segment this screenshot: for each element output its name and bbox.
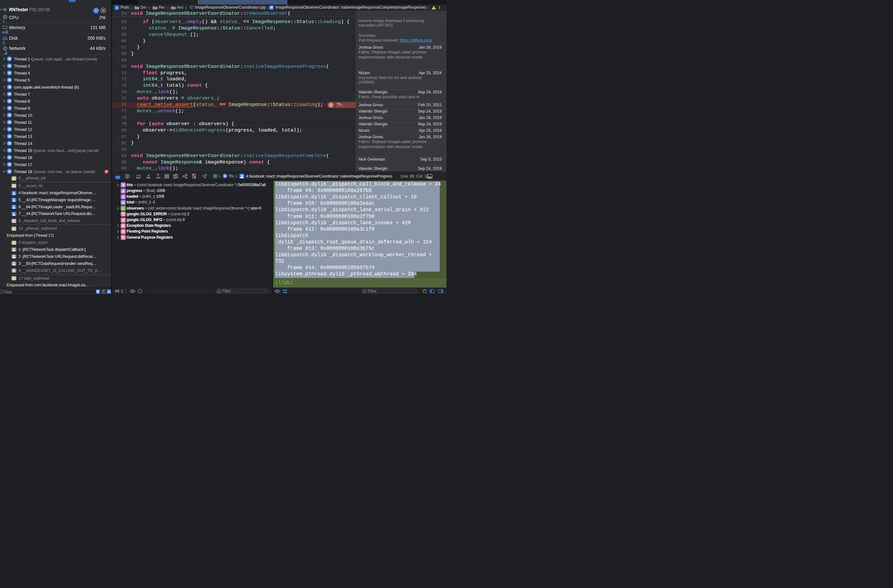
svg-text:i: i (140, 290, 140, 293)
